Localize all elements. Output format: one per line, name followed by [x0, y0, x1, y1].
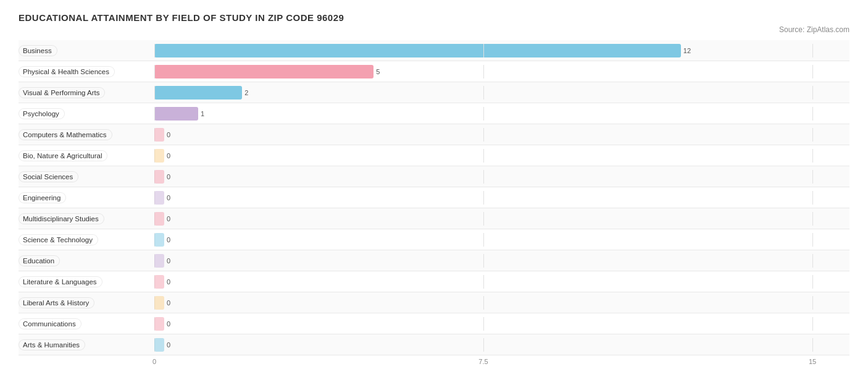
bar-label: Social Sciences	[19, 171, 78, 182]
bar-track: 0	[154, 317, 812, 331]
bar-track: 1	[154, 107, 812, 121]
bar-fill	[154, 107, 198, 121]
bar-fill	[154, 254, 164, 268]
bar-label: Communications	[19, 318, 81, 329]
bar-value: 0	[167, 278, 170, 286]
bar-label: Multidisciplinary Studies	[19, 213, 104, 224]
bar-fill	[154, 86, 242, 100]
bar-row: Communications0	[19, 313, 849, 334]
bar-track: 0	[154, 275, 812, 289]
bar-row: Literature & Languages0	[19, 271, 849, 292]
bar-value: 1	[201, 110, 204, 117]
bar-label: Psychology	[19, 108, 65, 119]
bar-fill	[154, 317, 164, 331]
bar-row: Computers & Mathematics0	[19, 124, 849, 145]
bar-fill	[154, 191, 164, 205]
bar-track: 5	[154, 65, 812, 78]
bar-value: 0	[167, 320, 170, 328]
bar-label: Computers & Mathematics	[19, 129, 112, 140]
bar-track: 0	[154, 170, 812, 184]
bar-value: 0	[167, 236, 170, 244]
bar-fill	[154, 65, 373, 78]
bar-track: 0	[154, 233, 812, 247]
bar-label: Arts & Humanities	[19, 339, 85, 350]
bar-row: Business12	[19, 40, 849, 61]
bar-value: 0	[167, 194, 170, 201]
bar-row: Multidisciplinary Studies0	[19, 208, 849, 229]
bar-row: Science & Technology0	[19, 229, 849, 250]
bar-value: 12	[683, 47, 691, 54]
bar-label: Literature & Languages	[19, 276, 102, 287]
bar-fill	[154, 128, 164, 142]
bar-fill	[154, 149, 164, 163]
bar-label: Engineering	[19, 192, 66, 203]
bar-track: 0	[154, 296, 812, 310]
bar-track: 0	[154, 191, 812, 205]
bar-value: 0	[167, 152, 170, 159]
bar-label: Liberal Arts & History	[19, 297, 94, 308]
x-axis: 07.515	[154, 358, 812, 370]
bar-label: Education	[19, 255, 60, 266]
bar-value: 0	[167, 299, 170, 307]
bar-value: 0	[167, 131, 170, 138]
bar-fill	[154, 44, 681, 57]
bar-value: 5	[376, 68, 380, 75]
bar-track: 12	[154, 44, 812, 57]
bar-fill	[154, 275, 164, 289]
bar-row: Visual & Performing Arts2	[19, 82, 849, 103]
bar-label: Bio, Nature & Agricultural	[19, 150, 107, 161]
bar-label: Science & Technology	[19, 234, 98, 245]
bar-fill	[154, 233, 164, 247]
bar-track: 0	[154, 254, 812, 268]
bar-fill	[154, 212, 164, 226]
bar-label: Business	[19, 45, 57, 56]
bar-row: Education0	[19, 250, 849, 271]
bar-track: 0	[154, 212, 812, 226]
bar-row: Liberal Arts & History0	[19, 292, 849, 313]
bar-value: 0	[167, 341, 170, 349]
bar-track: 2	[154, 86, 812, 100]
x-axis-tick: 0	[152, 358, 156, 365]
bar-value: 0	[167, 173, 170, 180]
bar-value: 0	[167, 257, 170, 265]
bar-row: Arts & Humanities0	[19, 334, 849, 355]
bar-value: 2	[244, 89, 248, 96]
bar-track: 0	[154, 128, 812, 142]
bar-row: Physical & Health Sciences5	[19, 61, 849, 82]
source-label: Source: ZipAtlas.com	[19, 25, 849, 34]
bar-row: Bio, Nature & Agricultural0	[19, 145, 849, 166]
x-axis-tick: 7.5	[478, 358, 488, 365]
bar-track: 0	[154, 149, 812, 163]
bar-label: Physical & Health Sciences	[19, 66, 115, 77]
chart-area: Business12Physical & Health Sciences5Vis…	[19, 40, 849, 355]
bar-track: 0	[154, 338, 812, 352]
bar-value: 0	[167, 215, 170, 223]
bar-fill	[154, 296, 164, 310]
x-axis-tick: 15	[809, 358, 816, 365]
bar-row: Social Sciences0	[19, 166, 849, 187]
bar-row: Psychology1	[19, 103, 849, 124]
bar-fill	[154, 338, 164, 352]
bar-label: Visual & Performing Arts	[19, 87, 105, 98]
bar-row: Engineering0	[19, 187, 849, 208]
chart-title: EDUCATIONAL ATTAINMENT BY FIELD OF STUDY…	[19, 12, 849, 23]
bar-fill	[154, 170, 164, 184]
